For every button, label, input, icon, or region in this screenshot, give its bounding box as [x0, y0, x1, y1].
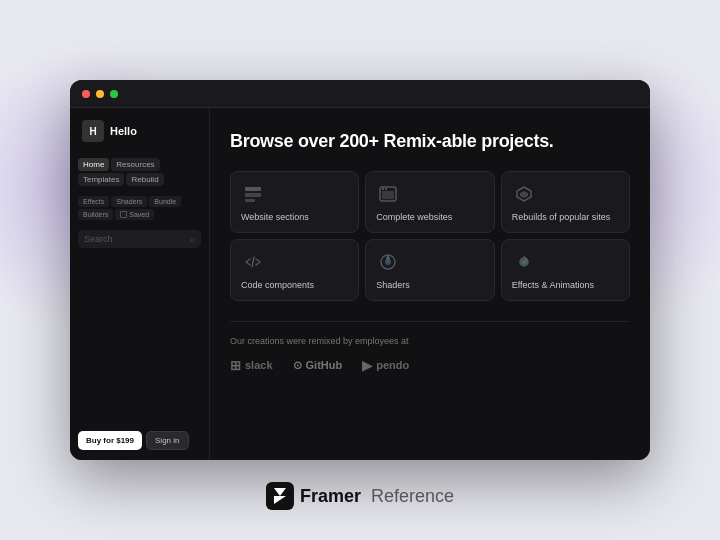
filter-tags: Effects Shaders Bundle Builders Saved	[78, 196, 201, 220]
pendo-icon: ▶	[362, 358, 372, 373]
footer-branding: Framer Reference	[266, 482, 454, 510]
slack-text: slack	[245, 359, 273, 371]
svg-rect-0	[245, 187, 261, 191]
logo-icon: H	[82, 120, 104, 142]
brand-suffix: Reference	[371, 486, 454, 507]
svg-point-6	[385, 188, 387, 190]
hero-title: Browse over 200+ Remix-able projects.	[230, 130, 630, 153]
section-divider	[230, 321, 630, 322]
nav-tab-rebuild[interactable]: Rebuild	[126, 173, 163, 186]
card-website-sections[interactable]: Website sections	[230, 171, 359, 233]
saved-label: Saved	[129, 211, 149, 218]
card-code-components[interactable]: Code components	[230, 239, 359, 301]
browser-chrome	[70, 80, 650, 108]
card-label-code: Code components	[241, 280, 348, 292]
shaders-icon	[376, 250, 400, 274]
sidebar: H Hello Home Resources Templates Rebuild…	[70, 108, 210, 460]
github-text: GitHub	[306, 359, 343, 371]
logo-text: Hello	[110, 125, 137, 137]
github-icon: ⊙	[293, 359, 302, 372]
nav-tab-home[interactable]: Home	[78, 158, 109, 171]
filter-effects[interactable]: Effects	[78, 196, 109, 207]
card-shaders[interactable]: Shaders	[365, 239, 494, 301]
app-layout: H Hello Home Resources Templates Rebuild…	[70, 108, 650, 460]
dot-green[interactable]	[110, 90, 118, 98]
pendo-logo: ▶ pendo	[362, 358, 409, 373]
framer-icon	[266, 482, 294, 510]
search-icon: ⌕	[190, 234, 195, 244]
effects-icon	[512, 250, 536, 274]
browser-window: H Hello Home Resources Templates Rebuild…	[70, 80, 650, 460]
slack-icon: ⊞	[230, 358, 241, 373]
pendo-text: pendo	[376, 359, 409, 371]
svg-point-11	[522, 260, 526, 264]
signin-button[interactable]: Sign in	[146, 431, 188, 450]
card-label-shaders: Shaders	[376, 280, 483, 292]
dot-red[interactable]	[82, 90, 90, 98]
framer-logo: Framer	[266, 482, 361, 510]
sections-icon	[241, 182, 265, 206]
svg-rect-2	[245, 199, 255, 202]
remixed-title: Our creations were remixed by employees …	[230, 336, 630, 346]
filter-shaders[interactable]: Shaders	[111, 196, 147, 207]
svg-rect-1	[245, 193, 261, 197]
rebuilds-icon	[512, 182, 536, 206]
card-complete-websites[interactable]: Complete websites	[365, 171, 494, 233]
search-box[interactable]: Search ⌕	[78, 230, 201, 248]
card-label-sections: Website sections	[241, 212, 348, 224]
brand-name: Framer	[300, 486, 361, 507]
svg-point-5	[382, 188, 384, 190]
card-effects[interactable]: Effects & Animations	[501, 239, 630, 301]
card-rebuilds[interactable]: Rebuilds of popular sites	[501, 171, 630, 233]
websites-icon	[376, 182, 400, 206]
logos-row: ⊞ slack ⊙ GitHub ▶ pendo	[230, 358, 630, 373]
slack-logo: ⊞ slack	[230, 358, 273, 373]
cards-grid: Website sections Complete websites	[230, 171, 630, 300]
remixed-section: Our creations were remixed by employees …	[230, 336, 630, 373]
dot-yellow[interactable]	[96, 90, 104, 98]
card-label-websites: Complete websites	[376, 212, 483, 224]
nav-tab-resources[interactable]: Resources	[111, 158, 159, 171]
sidebar-logo: H Hello	[78, 118, 201, 144]
filter-bundle[interactable]: Bundle	[149, 196, 181, 207]
code-icon	[241, 250, 265, 274]
github-logo: ⊙ GitHub	[293, 359, 343, 372]
nav-tab-templates[interactable]: Templates	[78, 173, 124, 186]
search-placeholder: Search	[84, 234, 186, 244]
main-content: Browse over 200+ Remix-able projects. We…	[210, 108, 650, 460]
filter-builders[interactable]: Builders	[78, 209, 113, 220]
sidebar-bottom: Buy for $199 Sign in	[78, 431, 201, 450]
buy-button[interactable]: Buy for $199	[78, 431, 142, 450]
saved-checkbox-box	[120, 211, 127, 218]
svg-rect-4	[382, 191, 394, 199]
card-label-effects: Effects & Animations	[512, 280, 619, 292]
nav-tabs-row: Home Resources Templates Rebuild	[78, 158, 201, 186]
filter-saved[interactable]: Saved	[115, 209, 154, 220]
card-label-rebuilds: Rebuilds of popular sites	[512, 212, 619, 224]
